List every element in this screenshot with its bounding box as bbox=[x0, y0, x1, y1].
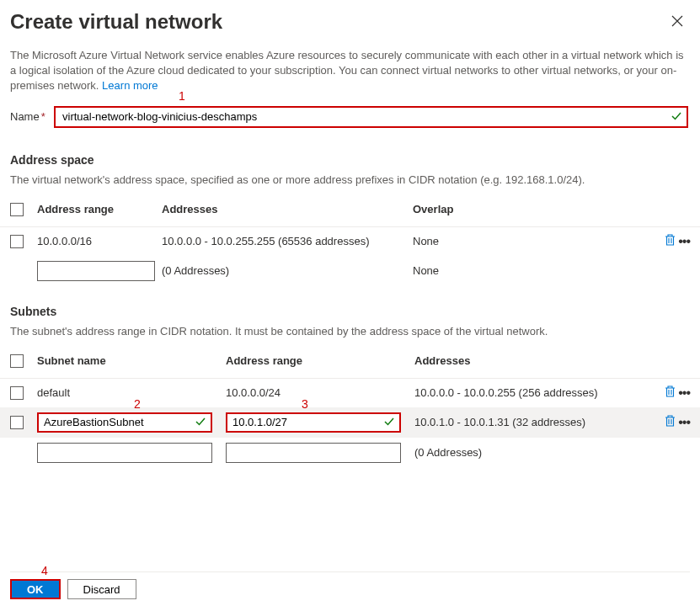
overlap-cell: None bbox=[413, 235, 653, 247]
col-header-subnet-addresses: Addresses bbox=[414, 354, 653, 367]
subnet-name-cell: default bbox=[37, 386, 226, 399]
address-range-cell: 10.0.0.0/16 bbox=[37, 235, 162, 247]
col-header-overlap: Overlap bbox=[413, 203, 653, 215]
table-row-new: (0 Addresses) bbox=[0, 438, 700, 468]
address-space-desc: The virtual network's address space, spe… bbox=[0, 170, 700, 194]
delete-icon[interactable] bbox=[665, 415, 676, 430]
addresses-cell: 10.0.0.0 - 10.0.255.255 (65536 addresses… bbox=[162, 235, 413, 247]
new-address-range-input[interactable] bbox=[37, 261, 155, 281]
address-space-title: Address space bbox=[0, 135, 700, 170]
addresses-cell: (0 Addresses) bbox=[162, 264, 413, 277]
select-all-checkbox[interactable] bbox=[10, 354, 24, 368]
select-all-checkbox[interactable] bbox=[10, 203, 24, 216]
callout-4: 4 bbox=[41, 564, 48, 577]
new-subnet-name-input[interactable] bbox=[37, 443, 212, 463]
subnet-range-input[interactable] bbox=[226, 412, 401, 433]
more-icon[interactable]: ••• bbox=[678, 416, 690, 429]
table-row: 2 3 10.0.1.0 - 10.0.1.31 (32 addresses) … bbox=[0, 407, 700, 438]
more-icon[interactable]: ••• bbox=[678, 235, 690, 248]
new-subnet-range-input[interactable] bbox=[226, 443, 401, 463]
checkmark-icon bbox=[671, 110, 681, 124]
name-input[interactable] bbox=[54, 106, 688, 128]
address-space-table: Address range Addresses Overlap 10.0.0.0… bbox=[0, 194, 700, 286]
checkmark-icon bbox=[195, 416, 206, 429]
close-icon[interactable] bbox=[668, 10, 687, 35]
table-row: default 10.0.0.0/24 10.0.0.0 - 10.0.0.25… bbox=[0, 379, 700, 407]
subnet-name-input[interactable] bbox=[37, 412, 212, 433]
col-header-range: Address range bbox=[37, 203, 162, 215]
callout-2: 2 bbox=[134, 397, 141, 411]
discard-button[interactable]: Discard bbox=[67, 579, 136, 599]
delete-icon[interactable] bbox=[665, 385, 676, 401]
table-row-new: (0 Addresses) None bbox=[0, 256, 700, 286]
callout-3: 3 bbox=[302, 397, 308, 411]
subnet-addresses-cell: 10.0.1.0 - 10.0.1.31 (32 addresses) bbox=[414, 416, 653, 428]
subnets-table: Subnet name Address range Addresses defa… bbox=[0, 346, 700, 468]
delete-icon[interactable] bbox=[665, 234, 676, 249]
col-header-subnet-range: Address range bbox=[226, 354, 414, 367]
ok-button[interactable]: OK bbox=[10, 579, 61, 599]
page-title: Create virtual network bbox=[10, 10, 222, 34]
more-icon[interactable]: ••• bbox=[678, 386, 690, 400]
overlap-cell: None bbox=[413, 264, 653, 277]
subnet-addresses-cell: 10.0.0.0 - 10.0.0.255 (256 addresses) bbox=[414, 386, 653, 399]
subnets-title: Subnets bbox=[0, 286, 700, 322]
row-checkbox[interactable] bbox=[10, 235, 24, 248]
subnet-range-cell: 10.0.0.0/24 bbox=[226, 386, 414, 399]
checkmark-icon bbox=[384, 416, 394, 429]
description-text: The Microsoft Azure Virtual Network serv… bbox=[0, 41, 700, 98]
learn-more-link[interactable]: Learn more bbox=[102, 79, 158, 92]
subnet-addresses-cell: (0 Addresses) bbox=[414, 446, 653, 459]
table-row: 10.0.0.0/16 10.0.0.0 - 10.0.255.255 (655… bbox=[0, 227, 700, 256]
col-header-subnet-name: Subnet name bbox=[37, 354, 226, 367]
row-checkbox[interactable] bbox=[10, 386, 24, 400]
row-checkbox[interactable] bbox=[10, 416, 24, 429]
name-label: Name* bbox=[10, 110, 54, 123]
callout-1: 1 bbox=[179, 89, 185, 103]
subnets-desc: The subnet's address range in CIDR notat… bbox=[0, 322, 700, 346]
col-header-addresses: Addresses bbox=[162, 203, 413, 215]
